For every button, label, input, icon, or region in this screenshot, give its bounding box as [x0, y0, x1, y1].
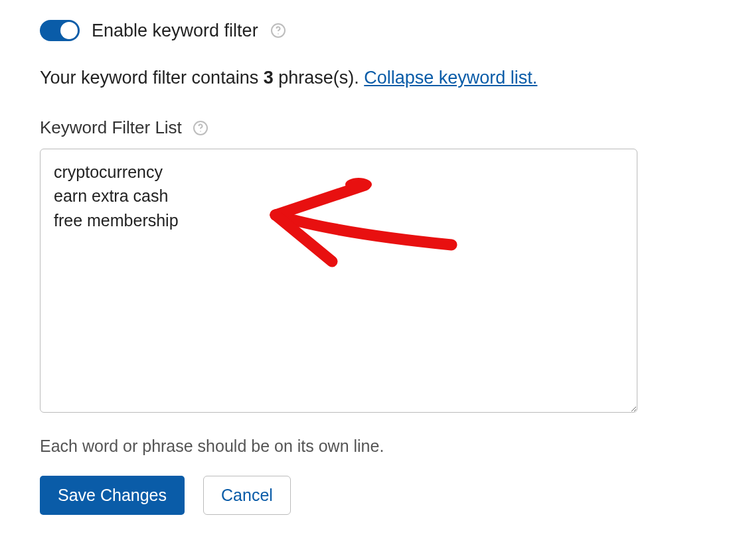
toggle-knob [60, 22, 78, 39]
summary-count: 3 [264, 68, 274, 88]
cancel-button[interactable]: Cancel [203, 476, 291, 515]
save-changes-button[interactable]: Save Changes [40, 476, 185, 515]
collapse-keyword-list-link[interactable]: Collapse keyword list. [364, 68, 537, 88]
help-circle-icon[interactable] [270, 23, 286, 38]
svg-point-1 [278, 33, 279, 35]
summary-suffix: phrase(s). [274, 68, 365, 88]
help-circle-icon[interactable] [193, 120, 208, 136]
summary-prefix: Your keyword filter contains [40, 68, 264, 88]
keyword-list-helper-text: Each word or phrase should be on its own… [40, 437, 701, 456]
enable-keyword-filter-toggle[interactable] [40, 20, 80, 41]
enable-keyword-filter-label: Enable keyword filter [92, 21, 258, 41]
filter-summary-text: Your keyword filter contains 3 phrase(s)… [40, 68, 701, 88]
keyword-filter-textarea[interactable] [40, 149, 637, 413]
svg-point-3 [200, 131, 201, 132]
keyword-filter-list-label: Keyword Filter List [40, 117, 182, 138]
